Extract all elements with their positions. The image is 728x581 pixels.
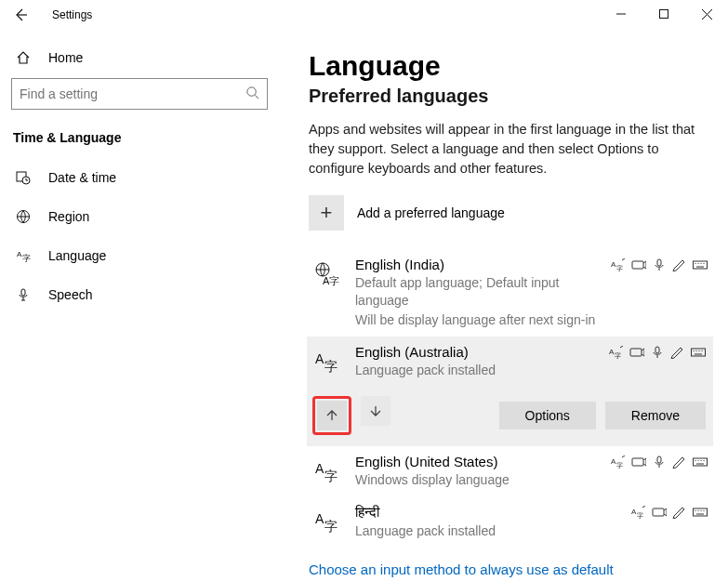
svg-rect-52	[653, 508, 664, 516]
language-actions-row: Options Remove	[307, 387, 713, 446]
svg-text:字: 字	[324, 359, 338, 374]
svg-rect-40	[632, 458, 643, 466]
remove-button[interactable]: Remove	[605, 402, 706, 429]
move-up-button[interactable]	[317, 401, 347, 430]
language-item-us[interactable]: A字 English (United States) Windows displ…	[309, 446, 715, 496]
feature-icons: A字	[611, 258, 708, 271]
keyboard-icon	[693, 506, 708, 519]
voice-icon	[652, 258, 667, 271]
search-icon	[245, 86, 259, 102]
language-char-icon: A字	[311, 506, 342, 537]
voice-icon	[652, 456, 667, 469]
feature-icons: A字	[609, 346, 706, 359]
language-status: Default app language; Default input lang…	[355, 274, 598, 310]
keyboard-icon	[693, 258, 708, 271]
language-name: English (India)	[355, 257, 598, 272]
svg-text:A: A	[315, 461, 324, 476]
home-icon	[15, 50, 32, 65]
svg-text:字: 字	[637, 512, 643, 519]
svg-text:A字: A字	[323, 275, 339, 286]
section-header: Time & Language	[11, 123, 268, 158]
nav-region[interactable]: Region	[11, 197, 268, 236]
section-subheader: Preferred languages	[309, 86, 728, 107]
handwriting-icon	[672, 258, 687, 271]
language-status: Windows display language	[355, 471, 598, 489]
language-list: A字 English (India) Default app language;…	[309, 249, 728, 547]
handwriting-icon	[672, 456, 687, 469]
language-status: Language pack installed	[355, 522, 618, 540]
speech-recognition-icon	[652, 506, 667, 519]
svg-rect-17	[657, 259, 661, 266]
calendar-clock-icon	[15, 170, 32, 185]
svg-text:A: A	[315, 351, 324, 366]
language-char-icon: A字	[311, 346, 342, 377]
home-nav[interactable]: Home	[11, 41, 268, 74]
nav-label: Region	[48, 209, 89, 224]
text-to-speech-icon: A字	[609, 346, 624, 359]
sidebar: Home Time & Language Date & time Region …	[0, 30, 279, 581]
add-language-label: Add a preferred language	[357, 205, 505, 220]
svg-text:字: 字	[22, 254, 31, 263]
language-status: Will be display language after next sign…	[355, 311, 598, 329]
move-down-button[interactable]	[361, 396, 390, 426]
speech-recognition-icon	[631, 456, 646, 469]
minimize-icon	[616, 9, 626, 19]
home-label: Home	[48, 50, 83, 65]
handwriting-icon	[672, 506, 687, 519]
section-description: Apps and websites will appear in the fir…	[309, 120, 728, 178]
annotation-highlight	[312, 396, 351, 435]
plus-icon: +	[309, 195, 344, 231]
search-box[interactable]	[11, 78, 268, 110]
minimize-button[interactable]	[600, 0, 642, 28]
language-item-india[interactable]: A字 English (India) Default app language;…	[309, 249, 715, 337]
microphone-icon	[15, 287, 32, 302]
keyboard-icon	[693, 456, 708, 469]
svg-rect-11	[21, 289, 25, 296]
language-item-hindi[interactable]: A字 हिन्दी Language pack installed A字	[309, 496, 715, 548]
voice-icon	[650, 346, 665, 359]
svg-rect-28	[630, 349, 642, 356]
language-name: English (Australia)	[355, 344, 596, 360]
svg-rect-16	[632, 261, 643, 269]
svg-rect-18	[694, 261, 708, 269]
svg-point-4	[247, 87, 256, 96]
nav-date-time[interactable]: Date & time	[11, 158, 268, 197]
text-to-speech-icon: A字	[611, 456, 626, 469]
window-controls	[600, 0, 728, 28]
svg-rect-29	[655, 347, 659, 353]
language-globe-icon: A字	[311, 258, 342, 290]
nav-speech[interactable]: Speech	[11, 275, 268, 314]
close-icon	[702, 9, 712, 20]
arrow-left-icon	[13, 7, 28, 22]
back-button[interactable]	[6, 0, 35, 30]
feature-icons: A字	[631, 506, 708, 519]
language-char-icon: A字	[311, 456, 342, 487]
search-input[interactable]	[20, 86, 245, 101]
page-title: Language	[309, 50, 728, 82]
text-to-speech-icon: A字	[611, 258, 626, 271]
svg-rect-42	[694, 458, 708, 466]
language-item-australia[interactable]: A字 English (Australia) Language pack ins…	[307, 337, 713, 387]
svg-rect-53	[694, 508, 708, 516]
svg-rect-41	[657, 456, 661, 463]
language-icon: A字	[15, 248, 32, 263]
maximize-button[interactable]	[642, 0, 685, 28]
language-status: Language pack installed	[355, 362, 596, 379]
svg-rect-30	[692, 349, 706, 356]
svg-text:字: 字	[324, 469, 338, 483]
svg-text:字: 字	[616, 265, 623, 271]
options-button[interactable]: Options	[499, 402, 596, 429]
language-name: हिन्दी	[355, 504, 618, 521]
add-language-button[interactable]: + Add a preferred language	[309, 195, 728, 231]
speech-recognition-icon	[631, 258, 646, 271]
svg-text:字: 字	[616, 462, 623, 469]
svg-text:A: A	[315, 511, 324, 526]
input-method-link[interactable]: Choose an input method to always use as …	[309, 561, 728, 577]
nav-language[interactable]: A字 Language	[11, 236, 268, 275]
text-to-speech-icon: A字	[631, 506, 646, 519]
nav-label: Date & time	[48, 170, 116, 185]
keyboard-icon	[691, 346, 706, 359]
svg-text:字: 字	[324, 519, 338, 534]
content-area: Language Preferred languages Apps and we…	[279, 30, 728, 581]
close-button[interactable]	[685, 0, 728, 28]
